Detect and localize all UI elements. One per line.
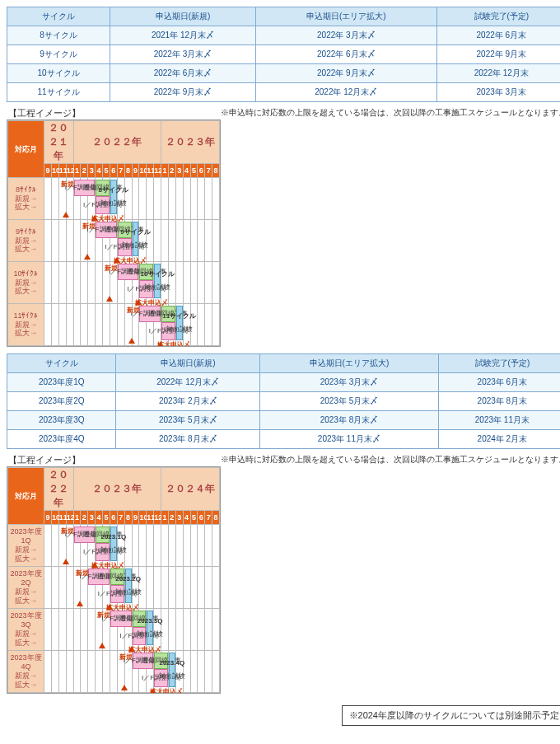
t1r1c2: 2022年 6月末〆 xyxy=(256,45,437,64)
gantt-cell xyxy=(168,178,175,220)
month-7: 7 xyxy=(205,511,212,525)
gantt-cell xyxy=(212,525,220,567)
gantt-bar: 11サイクル対向試験 xyxy=(176,306,183,340)
gantt-cell: 9サイクル対向試験 xyxy=(132,220,139,262)
gantt-rowlabel: 9ｻｲｸﾙ新規→拡大→ xyxy=(8,220,44,262)
month-9: 9 xyxy=(132,511,139,525)
gantt-cell xyxy=(66,609,73,651)
month-8: 8 xyxy=(124,164,132,178)
month-6: 6 xyxy=(110,164,117,178)
gantt-rowlabel: 10ｻｲｸﾙ新規→拡大→ xyxy=(8,262,44,304)
gantt-cell xyxy=(132,567,139,609)
gantt-cell: I／F調整期間 xyxy=(110,609,117,651)
col-new: 申込期日(新規) xyxy=(110,7,255,26)
t2r1c0: 2023年度2Q xyxy=(7,392,116,411)
gantt-cell xyxy=(147,567,154,609)
t1r2c2: 2022年 9月末〆 xyxy=(256,64,437,83)
g2y1: ２０２２年 xyxy=(44,468,74,511)
month-9: 9 xyxy=(44,511,52,525)
month-7: 7 xyxy=(117,164,124,178)
month-11: 11 xyxy=(58,511,66,525)
month-10: 10 xyxy=(51,164,58,178)
gantt-cell xyxy=(154,567,161,609)
month-5: 5 xyxy=(190,511,198,525)
gantt-cell xyxy=(190,609,198,651)
gantt-cell xyxy=(73,609,81,651)
month-8: 8 xyxy=(212,511,220,525)
t2r1c3: 2023年 8月末 xyxy=(438,392,560,411)
gantt-cell xyxy=(161,525,169,567)
g1y3: ２０２３年 xyxy=(161,121,220,164)
gantt-bar: 10サイクル対向試験 xyxy=(154,264,161,298)
t1r1c3: 2022年 9月末 xyxy=(436,45,560,64)
gantt-cell xyxy=(58,651,66,693)
gantt-cell xyxy=(198,609,205,651)
gantt-cell xyxy=(190,304,198,346)
gantt-cell xyxy=(66,304,73,346)
g2y3: ２０２４年 xyxy=(161,468,220,511)
gantt-cell xyxy=(51,304,58,346)
gantt-cell: I／F調整期間 xyxy=(73,525,81,567)
gantt-cell xyxy=(175,651,183,693)
month-4: 4 xyxy=(183,511,190,525)
gantt-cell xyxy=(139,525,147,567)
gantt-cell xyxy=(51,178,58,220)
gantt-2: 対応月 ２０２２年 ２０２３年 ２０２４年 910111212345678910… xyxy=(7,466,221,694)
gantt2-title: 【工程イメージ】 xyxy=(8,455,81,465)
gantt-corner: 対応月 xyxy=(8,121,44,178)
gantt-cell xyxy=(183,567,190,609)
month-6: 6 xyxy=(110,511,117,525)
gantt-cell xyxy=(58,567,66,609)
g1y1: ２０２１年 xyxy=(44,121,74,164)
gantt-rowlabel: 11ｻｲｸﾙ新規→拡大→ xyxy=(8,304,44,346)
gantt-cell xyxy=(44,525,52,567)
schedule-table-1: サイクル 申込期日(新規) 申込期日(エリア拡大) 試験完了(予定) 8サイクル… xyxy=(7,7,560,102)
gantt-cell xyxy=(190,651,198,693)
gantt-cell xyxy=(147,220,154,262)
gantt-cell xyxy=(175,567,183,609)
month-6: 6 xyxy=(198,511,205,525)
gantt-cell xyxy=(96,651,103,693)
month-5: 5 xyxy=(190,164,198,178)
gantt-cell xyxy=(51,525,58,567)
t1r3c0: 11サイクル xyxy=(7,83,110,102)
t2r0c3: 2023年 6月末 xyxy=(438,373,560,392)
month-2: 2 xyxy=(168,511,175,525)
gantt-cell xyxy=(88,609,96,651)
gantt-cell xyxy=(161,178,169,220)
gantt-bar: 2023.2Q対向試験 xyxy=(125,569,132,603)
month-11: 11 xyxy=(147,164,154,178)
gantt1-note: ※申込時に対応数の上限を超えている場合は、次回以降の工事施工スケジュールとなりま… xyxy=(221,107,560,119)
t1r1c1: 2022年 3月末〆 xyxy=(110,45,255,64)
month-9: 9 xyxy=(44,164,52,178)
t1r0c1: 2021年 12月末〆 xyxy=(110,26,255,45)
gantt-cell xyxy=(51,567,58,609)
month-2: 2 xyxy=(81,164,88,178)
gantt-cell xyxy=(73,220,81,262)
month-12: 12 xyxy=(66,164,73,178)
gantt-cell xyxy=(205,178,212,220)
gantt-cell xyxy=(51,651,58,693)
month-2: 2 xyxy=(168,164,175,178)
gantt-cell xyxy=(212,304,220,346)
month-11: 11 xyxy=(58,164,66,178)
gantt-cell xyxy=(168,525,175,567)
gantt-cell xyxy=(205,567,212,609)
gantt-cell xyxy=(175,178,183,220)
gantt-cell: I／F調整期間 xyxy=(88,567,96,609)
gantt-cell xyxy=(175,220,183,262)
gantt-cell xyxy=(81,651,88,693)
gantt-bar: 2023.1Q対向試験 xyxy=(110,526,117,561)
gantt-cell xyxy=(183,262,190,304)
t1r0c3: 2022年 6月末 xyxy=(436,26,560,45)
month-3: 3 xyxy=(175,164,183,178)
gantt-cell xyxy=(44,178,52,220)
t1r3c3: 2023年 3月末 xyxy=(436,83,560,102)
gantt-cell xyxy=(168,262,175,304)
gantt-rowlabel: 2023年度3Q新規→拡大→ xyxy=(8,609,44,651)
gantt-cell xyxy=(81,609,88,651)
gantt-cell xyxy=(139,567,147,609)
t2r0c0: 2023年度1Q xyxy=(7,373,116,392)
gantt-cell xyxy=(117,178,124,220)
gantt-cell xyxy=(96,304,103,346)
